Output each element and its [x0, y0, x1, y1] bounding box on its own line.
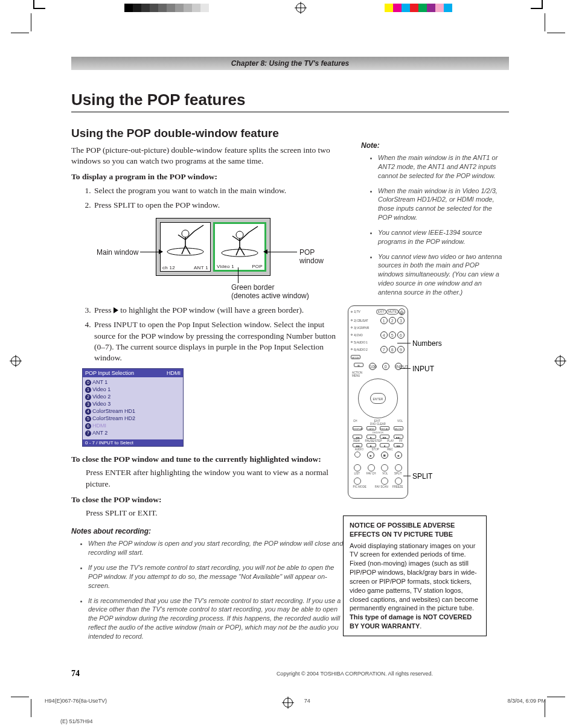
callout-line — [140, 252, 159, 252]
step-item: Press INPUT to open the Pop Input Select… — [93, 319, 344, 363]
chapter-bar: Chapter 8: Using the TV's features — [71, 57, 509, 70]
source-label: ANT 1 — [194, 265, 208, 270]
callout-label: SPLIT — [412, 472, 432, 481]
page-footer: 74 Copyright © 2004 TOSHIBA CORPORATION.… — [71, 669, 509, 679]
svg-point-1 — [182, 230, 189, 237]
imprint-page: 74 — [304, 698, 310, 704]
crop-mark-icon — [33, 0, 45, 9]
registration-strip — [0, 2, 576, 13]
menu-row: 1Video 1 — [85, 386, 181, 393]
menu-row: 5ColorStream HD2 — [85, 415, 181, 422]
play-icon — [114, 307, 118, 313]
section-heading: Using the POP double-window feature — [71, 127, 344, 140]
crop-tick — [31, 13, 31, 31]
source-label: Video 1 — [217, 264, 234, 269]
callout-label: Numbers — [412, 339, 442, 348]
callout-line — [397, 343, 411, 343]
warranty-notice: NOTICE OF POSSIBLE ADVERSE EFFECTS ON TV… — [343, 516, 487, 636]
remote-illustration: 1) TVEXITMUTE⏻ 2) CBL/SAT123 3) VCR/PVR … — [343, 305, 470, 505]
steps-list: Press to highlight the POP window (will … — [93, 305, 344, 363]
crop-tick — [547, 33, 565, 33]
menu-row: 4ColorStream HD1 — [85, 408, 181, 415]
color-swatches — [385, 4, 452, 12]
crop-tick — [11, 697, 29, 697]
menu-row: 7ANT 2 — [85, 430, 181, 436]
notice-body: Avoid displaying stationary images on yo… — [350, 542, 478, 612]
arrowhead-icon — [159, 249, 163, 254]
instruction-body: Press SPLIT or EXIT. — [86, 508, 344, 519]
pop-diagram: ch 12ANT 1 Video 1POP Main window POP wi… — [83, 218, 332, 302]
pop-input-selection-menu: POP Input SelectionHDMI 0ANT 11Video 12V… — [82, 368, 184, 447]
step-item: Select the program you want to watch in … — [93, 185, 344, 196]
svg-point-2 — [222, 249, 258, 257]
registration-mark-icon — [296, 3, 306, 13]
pop-label: POP — [252, 264, 263, 269]
menu-row: 3Video 3 — [85, 401, 181, 407]
menu-footer: 0 - 7 / INPUT to Select — [83, 439, 183, 446]
notes-heading: Note: — [361, 141, 506, 150]
notes-heading: Notes about recording: — [71, 527, 344, 535]
gray-swatches — [124, 4, 217, 12]
copyright-line: Copyright © 2004 TOSHIBA CORPORATION. Al… — [200, 671, 509, 677]
note-list: When the main window is in the ANT1 or A… — [378, 153, 506, 297]
step-item: Press to highlight the POP window (will … — [93, 305, 344, 316]
main-window-pane: ch 12ANT 1 — [160, 222, 211, 272]
callout-label: POP window — [299, 248, 332, 265]
instruction-heading: To close the POP window: — [71, 494, 344, 505]
arrowhead-icon — [263, 249, 267, 254]
menu-row: 2Video 2 — [85, 394, 181, 400]
dpad: ENTER — [358, 378, 398, 418]
note-item: You cannot view two video or two antenna… — [378, 252, 506, 297]
imprint-timestamp: 8/3/04, 6:09 PM — [507, 698, 546, 704]
crop-tick — [11, 33, 29, 33]
note-item: When the POP window is open and you star… — [88, 539, 344, 557]
registration-mark-icon — [11, 356, 21, 366]
callout-line — [400, 368, 411, 369]
callout-line — [267, 252, 297, 252]
notice-heading: NOTICE OF POSSIBLE ADVERSE EFFECTS ON TV… — [350, 521, 480, 539]
file-slug: H94(E)067-76(8a-UseTV) — [45, 698, 107, 704]
menu-body: 0ANT 11Video 12Video 23Video 34ColorStre… — [83, 377, 183, 439]
crop-tick — [31, 699, 31, 717]
batter-icon — [161, 223, 210, 259]
step-item: Press SPLIT to open the POP window. — [93, 200, 344, 211]
imprint-line: H94(E)067-76(8a-UseTV) 74 8/3/04, 6:09 P… — [45, 698, 546, 704]
remote-body: 1) TVEXITMUTE⏻ 2) CBL/SAT123 3) VCR/PVR … — [348, 305, 408, 499]
menu-row: 0ANT 1 — [85, 379, 181, 386]
callout-label: Green border(denotes active window) — [231, 283, 309, 301]
steps-list: Select the program you want to watch in … — [93, 185, 344, 211]
page-title: Using the POP features — [71, 91, 509, 112]
callout-label: Main window — [97, 248, 138, 257]
menu-row: 6HDMI — [85, 423, 181, 429]
instruction-heading: To display a program in the POP window: — [71, 171, 344, 182]
batter-icon — [215, 224, 264, 260]
intro-text: The POP (picture-out-picture) double-win… — [71, 145, 344, 167]
note-item: You cannot view IEEE-1394 source program… — [378, 228, 506, 246]
recording-notes: When the POP window is open and you star… — [88, 539, 344, 640]
main-column: Using the POP double-window feature The … — [71, 127, 344, 647]
crop-tick — [547, 697, 565, 697]
note-item: If you use the TV's remote control to st… — [88, 563, 344, 590]
callout-line — [403, 476, 411, 476]
callout-label: INPUT — [412, 365, 434, 373]
menu-titlebar: POP Input SelectionHDMI — [83, 369, 183, 377]
bottom-slug: (E) 51/57H94 — [60, 718, 93, 724]
callout-line — [238, 267, 238, 283]
channel-label: ch 12 — [162, 265, 175, 270]
notice-bold: This type of damage is NOT COVERED BY YO… — [350, 613, 472, 630]
registration-mark-icon — [555, 356, 565, 366]
svg-point-0 — [167, 248, 203, 255]
note-item: It is recommended that you use the TV's … — [88, 596, 344, 641]
page-number: 74 — [71, 669, 80, 679]
note-item: When the main window is in Video 1/2/3, … — [378, 187, 506, 222]
svg-point-3 — [236, 231, 243, 238]
side-column: Note: When the main window is in the ANT… — [361, 127, 506, 647]
instruction-body: Press ENTER after highlighting the windo… — [86, 467, 344, 489]
note-item: When the main window is in the ANT1 or A… — [378, 153, 506, 180]
page-content: Chapter 8: Using the TV's features Using… — [71, 57, 509, 647]
crop-mark-icon — [531, 0, 543, 9]
pop-window-pane: Video 1POP — [213, 222, 266, 272]
crop-tick — [545, 13, 545, 31]
tv-illustration: ch 12ANT 1 Video 1POP — [156, 218, 270, 276]
instruction-heading: To close the POP window and tune to the … — [71, 454, 344, 465]
